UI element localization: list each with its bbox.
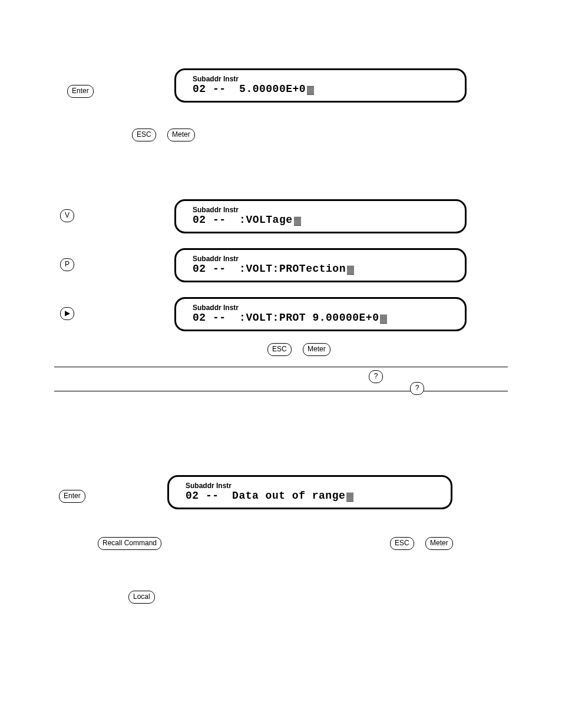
lcd-title-1: Subaddr Instr [193,75,454,83]
lcd-line-1: 02 -- 5.00000E+0 [193,83,454,95]
lcd-display-4: Subaddr Instr 02 -- :VOLT:PROT 9.00000E+… [174,297,467,331]
local-key-label: Local [128,591,155,604]
lcd-line-3: 02 -- :VOLT:PROTection [193,263,454,275]
p-key-label: P [60,258,74,271]
rule-1 [54,367,508,367]
meter-key-label-1: Meter [167,129,195,141]
lcd-display-1: Subaddr Instr 02 -- 5.00000E+0 [174,68,467,103]
lcd-display-2: Subaddr Instr 02 -- :VOLTage [174,199,467,233]
v-key[interactable]: V [60,209,74,222]
cursor-icon [380,314,387,324]
lcd-display-5: Subaddr Instr 02 -- Data out of range [167,475,452,509]
enter-key-label-2: Enter [59,490,85,503]
enter-key-row2[interactable]: Enter [59,490,85,503]
lcd-line-2: 02 -- :VOLTage [193,214,454,226]
local-key[interactable]: Local [128,591,155,604]
page-root: Enter Subaddr Instr 02 -- 5.00000E+0 ESC… [0,0,562,728]
cursor-icon [347,265,354,275]
p-key[interactable]: P [60,258,74,271]
help-key-2[interactable]: ? [410,382,424,395]
question-icon: ? [369,370,383,383]
lcd-title-2: Subaddr Instr [193,206,454,214]
esc-key-label-3: ESC [390,537,414,550]
esc-key-1[interactable]: ESC [132,129,156,141]
recall-key-label: Recall Command [98,537,161,550]
esc-key-label-2: ESC [267,343,292,356]
esc-key-3[interactable]: ESC [390,537,414,550]
meter-key-label-2: Meter [303,343,330,356]
enter-key-label: Enter [67,85,94,98]
recall-command-key[interactable]: Recall Command [98,537,161,550]
cursor-icon [307,85,314,95]
question-icon: ? [410,382,424,395]
cursor-icon [294,216,301,226]
lcd-title-4: Subaddr Instr [193,304,454,312]
meter-key-label-3: Meter [425,537,453,550]
lcd-title-5: Subaddr Instr [186,482,440,490]
meter-key-2[interactable]: Meter [303,343,330,356]
meter-key-3[interactable]: Meter [425,537,453,550]
lcd-display-3: Subaddr Instr 02 -- :VOLT:PROTection [174,248,467,282]
meter-key-1[interactable]: Meter [167,129,195,141]
enter-key-row1[interactable]: Enter [67,85,94,98]
esc-key-2[interactable]: ESC [267,343,292,356]
play-icon: ▶ [60,307,74,320]
cursor-icon [346,492,353,502]
lcd-title-3: Subaddr Instr [193,255,454,263]
right-arrow-key[interactable]: ▶ [60,307,74,320]
help-key-1[interactable]: ? [369,370,383,383]
rule-2 [54,391,508,391]
v-key-label: V [60,209,74,222]
lcd-line-5: 02 -- Data out of range [186,490,440,502]
esc-key-label-1: ESC [132,129,156,141]
lcd-line-4: 02 -- :VOLT:PROT 9.00000E+0 [193,312,454,324]
